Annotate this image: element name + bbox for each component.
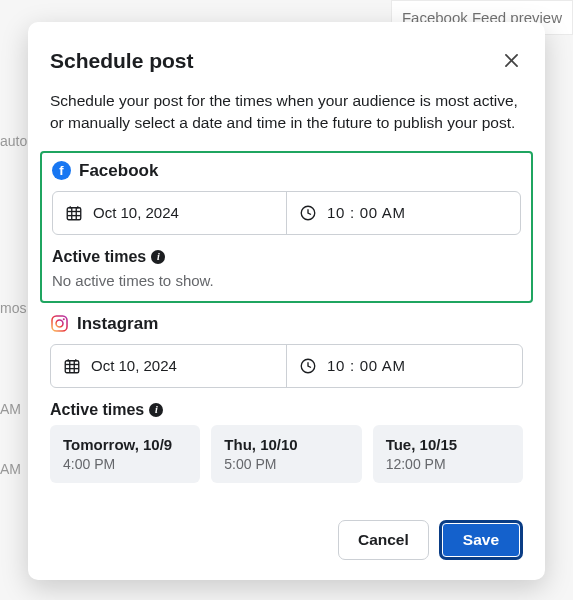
modal-description: Schedule your post for the times when yo…	[50, 90, 523, 135]
facebook-date-input[interactable]: Oct 10, 2024	[53, 192, 287, 234]
instagram-date-input[interactable]: Oct 10, 2024	[51, 345, 287, 387]
timeslot-option[interactable]: Tomorrow, 10/9 4:00 PM	[50, 425, 200, 483]
info-icon[interactable]: i	[151, 250, 165, 264]
facebook-datetime-row: Oct 10, 2024 10 : 00 AM	[52, 191, 521, 235]
timeslot-date: Tomorrow, 10/9	[63, 436, 187, 453]
close-icon	[502, 51, 521, 70]
svg-rect-10	[52, 316, 67, 331]
timeslot-option[interactable]: Thu, 10/10 5:00 PM	[211, 425, 361, 483]
facebook-date-value: Oct 10, 2024	[93, 204, 179, 221]
modal-header: Schedule post	[50, 49, 523, 76]
instagram-active-times-heading: Active times i	[50, 401, 523, 419]
instagram-datetime-row: Oct 10, 2024 10 : 00 AM	[50, 344, 523, 388]
info-icon[interactable]: i	[149, 403, 163, 417]
calendar-icon	[65, 204, 83, 222]
timeslot-option[interactable]: Tue, 10/15 12:00 PM	[373, 425, 523, 483]
cancel-button[interactable]: Cancel	[338, 520, 429, 560]
modal-title: Schedule post	[50, 49, 194, 73]
close-button[interactable]	[500, 49, 523, 76]
instagram-time-value: 10 : 00 AM	[327, 357, 406, 374]
active-times-label: Active times	[50, 401, 144, 419]
instagram-time-input[interactable]: 10 : 00 AM	[287, 345, 522, 387]
facebook-time-value: 10 : 00 AM	[327, 204, 406, 221]
svg-rect-2	[67, 208, 81, 220]
svg-point-12	[63, 319, 65, 321]
facebook-time-input[interactable]: 10 : 00 AM	[287, 192, 520, 234]
instagram-label: Instagram	[77, 314, 158, 334]
instagram-icon	[50, 314, 69, 333]
facebook-icon: f	[52, 161, 71, 180]
timeslot-date: Tue, 10/15	[386, 436, 510, 453]
clock-icon	[299, 204, 317, 222]
schedule-post-modal: Schedule post Schedule your post for the…	[28, 22, 545, 580]
save-button[interactable]: Save	[439, 520, 523, 560]
instagram-section: Instagram Oct 10, 2024 10 : 00 AM Active…	[50, 313, 523, 483]
timeslot-time: 4:00 PM	[63, 456, 187, 472]
modal-actions: Cancel Save	[50, 502, 523, 560]
facebook-no-active-times: No active times to show.	[52, 272, 521, 289]
svg-point-11	[56, 320, 63, 327]
facebook-section: f Facebook Oct 10, 2024 10 : 00 AM Activ…	[40, 151, 533, 303]
instagram-date-value: Oct 10, 2024	[91, 357, 177, 374]
instagram-timeslot-row: Tomorrow, 10/9 4:00 PM Thu, 10/10 5:00 P…	[50, 425, 523, 483]
facebook-active-times-heading: Active times i	[52, 248, 521, 266]
clock-icon	[299, 357, 317, 375]
facebook-label: Facebook	[79, 161, 158, 181]
calendar-icon	[63, 357, 81, 375]
instagram-heading: Instagram	[50, 314, 523, 334]
facebook-heading: f Facebook	[52, 161, 521, 181]
svg-rect-13	[65, 361, 79, 373]
active-times-label: Active times	[52, 248, 146, 266]
timeslot-date: Thu, 10/10	[224, 436, 348, 453]
timeslot-time: 5:00 PM	[224, 456, 348, 472]
timeslot-time: 12:00 PM	[386, 456, 510, 472]
